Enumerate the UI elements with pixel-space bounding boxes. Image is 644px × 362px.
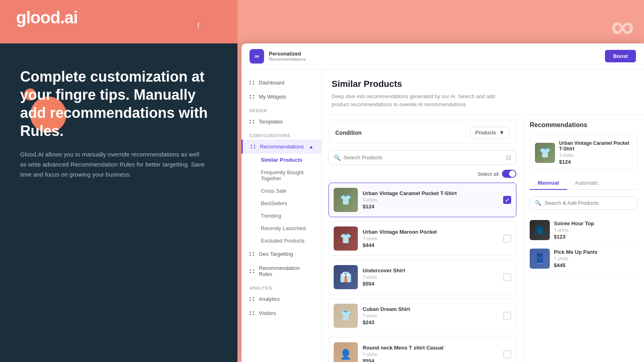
product-search-bar[interactable]: 🔍 ⊟ xyxy=(328,150,516,165)
product-name: Round neck Mens T shirt Casual xyxy=(363,345,498,351)
product-price: $124 xyxy=(363,204,498,210)
sub-item-excluded-products[interactable]: Excluded Products xyxy=(242,234,322,247)
tab-automatic[interactable]: Automatic xyxy=(567,177,607,190)
sub-item-similar-products[interactable]: Similar Products xyxy=(242,154,322,166)
product-checkbox[interactable] xyxy=(503,273,511,281)
select-all-row: Select all xyxy=(328,170,516,178)
sidebar-item-recommendation-rules[interactable]: Recommendation Rules xyxy=(242,261,322,281)
product-image: 👕 xyxy=(334,226,358,251)
rec-product-name: Pick Me Up Pants xyxy=(554,249,638,255)
boost-button[interactable]: Boost xyxy=(605,50,636,62)
rec-tabs: Mannual Automatic xyxy=(530,177,638,190)
product-card[interactable]: 👕 Urban Vintage Caramel Pocket T-Shirt T… xyxy=(328,183,516,217)
product-name: Cuban Dream Shirt xyxy=(363,306,498,312)
rec-product-category: T-shirts xyxy=(554,256,638,261)
recs-search-bar[interactable]: 🔍 xyxy=(530,196,638,210)
main-content: Similar Products Deep dive into recommen… xyxy=(322,69,644,362)
sidebar-item-recommendations[interactable]: Recommendations ▲ xyxy=(242,140,322,154)
product-icon: 👤 xyxy=(334,342,358,362)
rec-item[interactable]: 🧥 Soirée Hour Top T-shirts $123 xyxy=(530,216,638,245)
rec-icon: 🧥 xyxy=(530,220,550,240)
main-heading: Complete customization at your fingre ti… xyxy=(20,68,213,140)
sidebar-item-geo-targetting[interactable]: Geo Targetting xyxy=(242,247,322,261)
tab-manual[interactable]: Mannual xyxy=(530,177,567,190)
sidebar-item-analytics[interactable]: Analytics xyxy=(242,292,322,306)
app-logo-text: Personalized Recommendations xyxy=(269,51,306,62)
select-all-label: Select all xyxy=(477,171,499,177)
product-name: Urban Vintage Caramel Pocket T-Shirt xyxy=(363,190,498,196)
recs-search-icon: 🔍 xyxy=(535,200,541,206)
product-price: $444 xyxy=(363,242,498,248)
product-info: Undercover Shirt T-shirts $554 xyxy=(363,267,498,287)
chevron-down-icon: ▼ xyxy=(499,130,504,136)
rec-item[interactable]: 👖 Pick Me Up Pants T-shirts $445 xyxy=(530,245,638,273)
recs-search-input[interactable] xyxy=(545,200,632,206)
selected-product-name: Urban Vintage Caramel Pocket T-Shirt xyxy=(559,140,632,152)
product-info: Urban Vintage Caramel Pocket T-Shirt T-s… xyxy=(363,190,498,210)
product-name: Urban Vintage Maroon Pocket xyxy=(363,229,498,235)
sidebar-label-my-widgets: My Widgets xyxy=(259,94,286,100)
sidebar-label-rules: Recommendation Rules xyxy=(259,265,314,277)
rec-product-info: Pick Me Up Pants T-shirts $445 xyxy=(554,249,638,268)
cursor-indicator: t xyxy=(197,20,200,31)
select-all-toggle[interactable] xyxy=(502,170,516,178)
app-body: Dashboard My Widgets DESIGN Templates xyxy=(242,69,644,362)
rec-product-name: Soirée Hour Top xyxy=(554,220,638,226)
grid-icon-rules xyxy=(250,269,255,273)
sub-item-recently-launched[interactable]: Recently Launched xyxy=(242,222,322,234)
infinity-decoration: ∞ xyxy=(611,8,632,45)
sidebar-item-visitors[interactable]: Visitors xyxy=(242,306,322,320)
filter-icon[interactable]: ⊟ xyxy=(506,154,511,161)
sub-item-frequently-bought[interactable]: Frequently Bought Together xyxy=(242,166,322,185)
product-checkbox[interactable]: ✓ xyxy=(503,196,511,204)
sub-item-bestsellers[interactable]: BestSellers xyxy=(242,197,322,210)
right-area: ∞ ∞ Personalized Recommendations Boost xyxy=(237,0,644,362)
app-name: Personalized xyxy=(269,51,306,57)
product-search-input[interactable] xyxy=(344,154,503,160)
sidebar-item-templates[interactable]: Templates xyxy=(242,115,322,129)
selected-product-display: 👕 Urban Vintage Caramel Pocket T-Shirt T… xyxy=(530,135,638,170)
page-title: Similar Products xyxy=(332,79,634,89)
condition-bar: Condition Products ▼ xyxy=(328,121,516,144)
product-info: Round neck Mens T shirt Casual T-shirts … xyxy=(363,345,498,362)
condition-label: Condition xyxy=(335,130,361,136)
selected-product-category: T-shirts xyxy=(559,153,632,158)
left-content: Complete customization at your fingre ti… xyxy=(0,43,237,179)
products-column: Condition Products ▼ 🔍 ⊟ xyxy=(322,115,523,362)
product-card[interactable]: 👤 Round neck Mens T shirt Casual T-shirt… xyxy=(328,337,516,362)
product-icon: 👕 xyxy=(334,304,358,328)
app-header: ∞ Personalized Recommendations Boost xyxy=(242,43,644,69)
app-header-right: Boost xyxy=(605,50,636,62)
product-price: $554 xyxy=(363,281,498,287)
search-icon: 🔍 xyxy=(334,154,341,161)
two-col-layout: Condition Products ▼ 🔍 ⊟ xyxy=(322,115,644,362)
product-price: $554 xyxy=(363,358,498,362)
sub-item-cross-sale[interactable]: Cross Sale xyxy=(242,185,322,197)
sub-item-trending[interactable]: Trending xyxy=(242,210,322,222)
sidebar: Dashboard My Widgets DESIGN Templates xyxy=(242,69,322,362)
sidebar-item-my-widgets[interactable]: My Widgets xyxy=(242,90,322,104)
rec-icon: 👖 xyxy=(530,249,550,269)
sidebar-label-templates: Templates xyxy=(259,119,283,125)
condition-select[interactable]: Products ▼ xyxy=(470,127,510,138)
product-card[interactable]: 👕 Cuban Dream Shirt T-shirts $243 xyxy=(328,298,516,333)
recommendations-submenu: Similar Products Frequently Bought Toget… xyxy=(242,154,322,247)
grid-icon xyxy=(250,81,255,84)
product-card[interactable]: 👕 Urban Vintage Maroon Pocket T-shirts $… xyxy=(328,221,516,256)
infinity-logo-icon: ∞ xyxy=(254,53,259,60)
product-card[interactable]: 👔 Undercover Shirt T-shirts $554 xyxy=(328,260,516,294)
product-category: T-shirts xyxy=(363,313,498,318)
sidebar-item-dashboard[interactable]: Dashboard xyxy=(242,76,322,90)
selected-product-price: $124 xyxy=(559,159,632,165)
product-info: Urban Vintage Maroon Pocket T-shirts $44… xyxy=(363,229,498,248)
app-window: ∞ Personalized Recommendations Boost xyxy=(242,43,644,362)
product-checkbox[interactable] xyxy=(503,350,511,358)
section-label-analysis: ANALYSIS xyxy=(242,281,322,292)
product-name: Undercover Shirt xyxy=(363,267,498,274)
product-list: 👕 Urban Vintage Caramel Pocket T-Shirt T… xyxy=(328,183,516,362)
rec-product-price: $445 xyxy=(554,262,638,268)
product-icon: 👕 xyxy=(334,188,358,212)
product-checkbox[interactable] xyxy=(503,234,511,243)
sidebar-label-dashboard: Dashboard xyxy=(259,80,285,86)
product-checkbox[interactable] xyxy=(503,312,511,320)
